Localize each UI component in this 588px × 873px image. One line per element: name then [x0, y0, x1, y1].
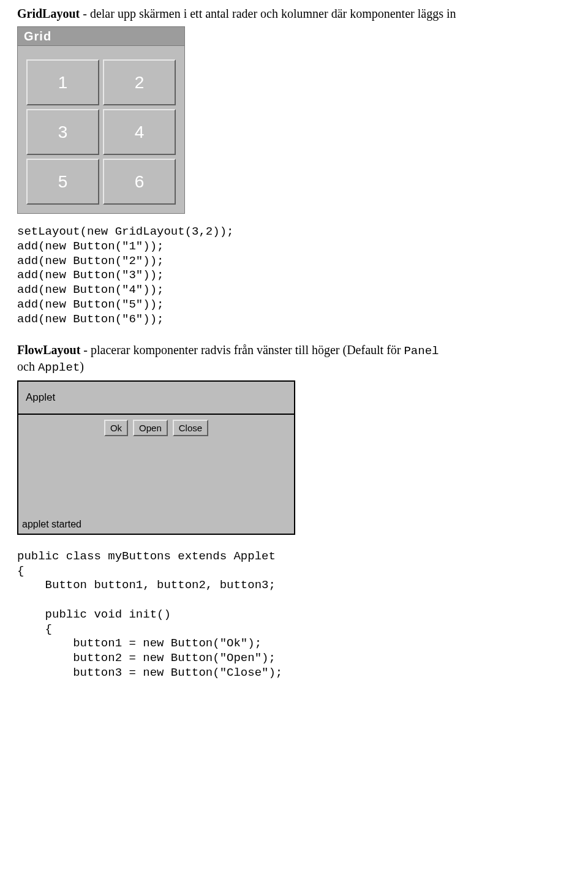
grid-button-5[interactable]: 5	[26, 159, 99, 205]
applet-status: applet started	[18, 516, 294, 534]
flowlayout-term: FlowLayout	[17, 343, 80, 357]
applet-window-body: Ok Open Close	[18, 415, 294, 516]
panel-term: Panel	[404, 344, 439, 358]
section1-text: - delar upp skärmen i ett antal rader oc…	[80, 7, 456, 20]
gridlayout-term: GridLayout	[17, 7, 80, 20]
applet-window: Applet Ok Open Close applet started	[17, 380, 295, 535]
grid-button-4[interactable]: 4	[103, 109, 176, 155]
section2-text-a: - placerar komponenter radvis från vänst…	[80, 343, 404, 357]
code-block-2: public class myButtons extends Applet { …	[17, 550, 571, 681]
code-block-1: setLayout(new GridLayout(3,2)); add(new …	[17, 225, 571, 327]
grid-button-6[interactable]: 6	[103, 159, 176, 205]
applet-button-open[interactable]: Open	[133, 420, 168, 436]
applet-window-label: Applet	[18, 382, 294, 414]
section2-heading: FlowLayout - placerar komponenter radvis…	[17, 342, 571, 376]
section2-text-c: )	[80, 360, 84, 373]
applet-term: Applet	[38, 361, 80, 374]
grid-window-titlebar: Grid	[18, 27, 184, 46]
grid-button-3[interactable]: 3	[26, 109, 99, 155]
grid-button-2[interactable]: 2	[103, 59, 176, 105]
grid-button-1[interactable]: 1	[26, 59, 99, 105]
section1-heading: GridLayout - delar upp skärmen i ett ant…	[17, 6, 571, 21]
applet-button-close[interactable]: Close	[173, 420, 208, 436]
grid-window: Grid 1 2 3 4 5 6	[17, 26, 185, 214]
grid-window-title: Grid	[24, 29, 51, 43]
section2-text-b: och	[17, 360, 38, 373]
applet-button-ok[interactable]: Ok	[104, 420, 128, 436]
grid-window-body: 1 2 3 4 5 6	[18, 46, 184, 213]
